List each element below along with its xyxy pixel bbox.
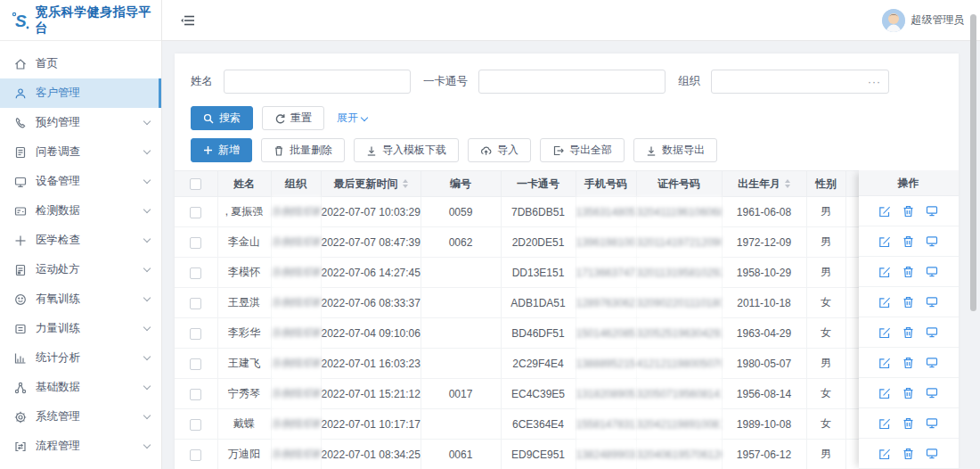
sidebar-item-5[interactable]: 设备管理 — [0, 167, 161, 196]
monitor-icon[interactable] — [926, 357, 938, 368]
cell-name: 李模怀 — [217, 258, 271, 288]
delete-icon[interactable] — [902, 205, 914, 218]
monitor-icon[interactable] — [926, 326, 938, 338]
sidebar-item-11[interactable]: 统计分析 — [0, 343, 161, 373]
cell-phone: 13888952158 — [576, 349, 636, 379]
chevron-down-icon — [143, 294, 151, 301]
add-button[interactable]: 新增 — [191, 138, 252, 162]
batch-delete-button[interactable]: 批量删除 — [261, 138, 345, 162]
menu-fold-icon[interactable] — [180, 12, 196, 29]
sidebar-item-13[interactable]: 系统管理 — [0, 402, 161, 432]
sidebar-item-4[interactable]: 问卷调查 — [0, 137, 161, 167]
delete-icon[interactable] — [902, 235, 914, 248]
card-filter-input[interactable] — [478, 70, 666, 94]
sidebar-item-12[interactable]: 基础数据 — [0, 373, 161, 402]
row-checkbox[interactable] — [190, 207, 201, 218]
sidebar-item-7[interactable]: 医学检查 — [0, 226, 161, 255]
column-header-select[interactable] — [175, 171, 217, 197]
sidebar-item-2[interactable]: 客户管理 — [0, 78, 161, 108]
delete-icon[interactable] — [902, 417, 914, 430]
cell-id: 320113195810292218 — [636, 258, 722, 288]
select-all-checkbox[interactable] — [190, 178, 201, 190]
org-filter-input[interactable]: ··· — [711, 70, 889, 94]
edit-icon[interactable] — [878, 417, 891, 430]
page-scrollbar-thumb[interactable] — [970, 14, 976, 311]
sidebar-item-label: 基础数据 — [36, 380, 80, 395]
sidebar-item-9[interactable]: 有氧训练 — [0, 284, 161, 314]
reset-button[interactable]: 重置 — [262, 106, 324, 130]
delete-icon[interactable] — [902, 296, 914, 309]
monitor-icon[interactable] — [926, 235, 938, 247]
cell-card: EC4C39E5 — [501, 379, 576, 409]
row-checkbox[interactable] — [190, 267, 201, 279]
edit-icon[interactable] — [878, 387, 891, 399]
edit-icon[interactable] — [878, 205, 891, 218]
row-checkbox[interactable] — [190, 389, 201, 400]
delete-icon[interactable] — [902, 326, 914, 339]
ellipsis-icon: ··· — [868, 76, 881, 88]
sidebar-item-1[interactable]: 首页 — [0, 49, 161, 78]
cell-gender: 男 — [806, 227, 845, 258]
expand-toggle[interactable]: 展开 — [337, 111, 367, 126]
operations-row — [859, 348, 959, 378]
export-all-button[interactable]: 导出全部 — [540, 138, 625, 162]
name-filter-input[interactable] — [224, 70, 411, 94]
delete-icon[interactable] — [902, 357, 914, 369]
search-button[interactable]: 搜索 — [191, 106, 253, 130]
edit-icon[interactable] — [878, 448, 891, 460]
cell-select — [175, 258, 217, 288]
row-checkbox[interactable] — [190, 449, 201, 461]
edit-icon[interactable] — [878, 296, 891, 309]
cell-updated: 2022-07-06 08:33:37 — [321, 288, 421, 318]
export-icon — [552, 145, 564, 156]
sidebar-item-3[interactable]: 预约管理 — [0, 108, 161, 137]
monitor-icon[interactable] — [926, 266, 938, 277]
row-checkbox[interactable] — [190, 328, 201, 340]
cell-org: 示例组织机构... — [271, 409, 321, 440]
user-menu[interactable]: 超级管理员 — [882, 9, 965, 32]
row-checkbox[interactable] — [190, 298, 201, 309]
cell-gender: 女 — [806, 288, 845, 318]
row-checkbox[interactable] — [190, 419, 201, 431]
data-export-button[interactable]: 数据导出 — [633, 138, 717, 162]
column-header-code: 编号 — [421, 171, 501, 197]
edit-icon[interactable] — [878, 357, 891, 369]
sort-icon[interactable] — [403, 179, 408, 188]
cell-phone: 13182089052 — [576, 379, 636, 409]
sidebar-item-14[interactable]: 流程管理 — [0, 432, 161, 461]
edit-icon[interactable] — [878, 326, 891, 339]
delete-icon[interactable] — [902, 387, 914, 399]
download-icon — [366, 145, 377, 156]
home-icon — [13, 57, 28, 71]
row-checkbox[interactable] — [190, 237, 201, 249]
import-template-download-button[interactable]: 导入模板下载 — [354, 138, 459, 162]
cell-select — [175, 197, 217, 227]
chevron-down-icon — [143, 324, 151, 331]
cell-card: DD13E151 — [501, 258, 576, 288]
column-header-updated[interactable]: 最后更新时间 — [321, 171, 421, 197]
delete-icon[interactable] — [902, 266, 914, 278]
monitor-icon[interactable] — [926, 205, 938, 217]
chevron-down-icon — [361, 113, 368, 120]
cell-card: 2C29F4E4 — [501, 349, 576, 379]
cell-updated: 2022-07-07 08:47:39 — [321, 227, 421, 258]
upload-cloud-icon — [480, 145, 492, 156]
monitor-icon[interactable] — [926, 296, 938, 308]
sidebar-item-6[interactable]: 检测数据 — [0, 196, 161, 226]
operations-row — [859, 378, 959, 408]
monitor-icon[interactable] — [926, 417, 938, 429]
column-header-birth[interactable]: 出生年月 — [722, 171, 806, 197]
sidebar-item-8[interactable]: 运动处方 — [0, 255, 161, 284]
cell-updated: 2022-07-01 15:21:12 — [321, 379, 421, 409]
import-button[interactable]: 导入 — [468, 138, 531, 162]
edit-icon[interactable] — [878, 235, 891, 248]
row-checkbox[interactable] — [190, 358, 201, 370]
sidebar-item-label: 预约管理 — [36, 115, 80, 130]
edit-icon[interactable] — [878, 266, 891, 278]
sort-icon[interactable] — [785, 179, 790, 188]
delete-icon[interactable] — [902, 448, 914, 460]
column-header-phone: 手机号码 — [576, 171, 636, 197]
sidebar-item-10[interactable]: 力量训练 — [0, 314, 161, 343]
monitor-icon[interactable] — [926, 387, 938, 399]
monitor-icon[interactable] — [926, 448, 938, 459]
